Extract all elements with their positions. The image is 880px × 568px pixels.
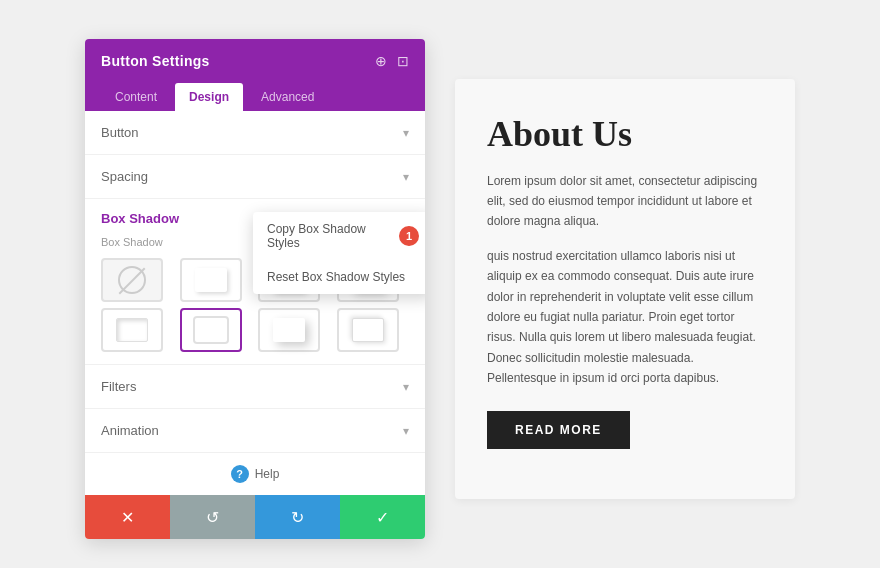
shadow-option-5[interactable] (180, 308, 242, 352)
shadow-preview-6 (273, 318, 305, 342)
section-button[interactable]: Button ▾ (85, 111, 425, 155)
panel-body: Button ▾ Spacing ▾ Box Shadow ▴ Box Shad… (85, 111, 425, 495)
read-more-button[interactable]: READ MORE (487, 411, 630, 449)
chevron-down-icon-3: ▾ (403, 380, 409, 394)
preview-para-2: quis nostrud exercitation ullamco labori… (487, 246, 763, 389)
close-button[interactable]: ✕ (85, 495, 170, 539)
context-copy-label: Copy Box Shadow Styles (267, 222, 399, 250)
settings-panel: Button Settings ⊕ ⊡ Content Design Advan… (85, 39, 425, 539)
main-container: Button Settings ⊕ ⊡ Content Design Advan… (0, 0, 880, 568)
shadow-preview-4 (116, 318, 148, 342)
shadow-preview-7 (352, 318, 384, 342)
shadow-option-6[interactable] (258, 308, 320, 352)
preview-para-1: Lorem ipsum dolor sit amet, consectetur … (487, 171, 763, 232)
section-filters[interactable]: Filters ▾ (85, 365, 425, 409)
shadow-preview-5 (195, 318, 227, 342)
help-label: Help (255, 467, 280, 481)
tab-content[interactable]: Content (101, 83, 171, 111)
panel-tabs: Content Design Advanced (85, 83, 425, 111)
no-shadow-icon (118, 266, 146, 294)
section-spacing-label: Spacing (101, 169, 148, 184)
section-animation-label: Animation (101, 423, 159, 438)
chevron-down-icon-2: ▾ (403, 170, 409, 184)
shadow-preview-1 (195, 268, 227, 292)
context-menu: Copy Box Shadow Styles 1 Reset Box Shado… (253, 212, 425, 294)
panel-title: Button Settings (101, 53, 210, 69)
section-button-label: Button (101, 125, 139, 140)
panel-footer: ✕ ↺ ↻ ✓ (85, 495, 425, 539)
shadow-option-1[interactable] (180, 258, 242, 302)
copy-badge: 1 (399, 226, 419, 246)
help-row[interactable]: ? Help (85, 453, 425, 495)
section-filters-label: Filters (101, 379, 136, 394)
context-menu-copy[interactable]: Copy Box Shadow Styles 1 (253, 212, 425, 260)
section-animation[interactable]: Animation ▾ (85, 409, 425, 453)
panel-header: Button Settings ⊕ ⊡ (85, 39, 425, 83)
undo-button[interactable]: ↺ (170, 495, 255, 539)
content-preview: About Us Lorem ipsum dolor sit amet, con… (455, 79, 795, 499)
chevron-down-icon-4: ▾ (403, 424, 409, 438)
shadow-option-4[interactable] (101, 308, 163, 352)
help-icon: ? (231, 465, 249, 483)
expand-icon[interactable]: ⊡ (397, 53, 409, 69)
tab-design[interactable]: Design (175, 83, 243, 111)
context-menu-reset[interactable]: Reset Box Shadow Styles (253, 260, 425, 294)
section-spacing[interactable]: Spacing ▾ (85, 155, 425, 199)
settings-icon[interactable]: ⊕ (375, 53, 387, 69)
chevron-down-icon: ▾ (403, 126, 409, 140)
context-reset-label: Reset Box Shadow Styles (267, 270, 405, 284)
shadow-option-7[interactable] (337, 308, 399, 352)
preview-heading: About Us (487, 115, 763, 155)
redo-button[interactable]: ↻ (255, 495, 340, 539)
panel-header-icons: ⊕ ⊡ (375, 53, 409, 69)
save-button[interactable]: ✓ (340, 495, 425, 539)
shadow-option-none[interactable] (101, 258, 163, 302)
tab-advanced[interactable]: Advanced (247, 83, 328, 111)
